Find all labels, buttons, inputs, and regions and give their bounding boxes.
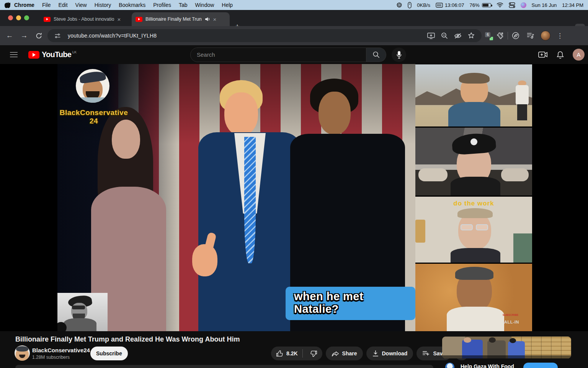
youtube-header: YouTube LK: [0, 45, 588, 64]
share-button[interactable]: Share: [326, 347, 363, 360]
extension-badge: 6: [484, 31, 491, 38]
tab-billionaire-video[interactable]: Billionaire Finally Met Trun ×: [132, 12, 230, 26]
woman-face: [112, 120, 140, 159]
menubar-date[interactable]: Sun 16 Jun: [532, 2, 557, 8]
menu-profiles[interactable]: Profiles: [149, 2, 175, 8]
allin-man-shirt: [447, 307, 504, 331]
download-icon: [372, 350, 379, 357]
desert-man-shirt: [448, 102, 500, 127]
tab-audio-icon[interactable]: [205, 17, 210, 21]
menu-edit[interactable]: Edit: [54, 2, 71, 8]
search-input[interactable]: [197, 51, 360, 58]
sidebar-ad-card[interactable]: Help Gaza With Food: [442, 337, 571, 368]
menu-help[interactable]: Help: [218, 2, 237, 8]
channel-watermark-avatar[interactable]: [76, 69, 109, 103]
glasses-left-lens: [461, 224, 473, 230]
subscribe-button[interactable]: Subscribe: [90, 347, 128, 360]
video-main-scene: BlackConservative 24 when he met Natalie…: [57, 64, 415, 331]
menu-view[interactable]: View: [72, 2, 91, 8]
minimize-window-button[interactable]: [16, 15, 21, 20]
close-tab-icon[interactable]: ×: [117, 16, 121, 22]
menu-bookmarks[interactable]: Bookmarks: [115, 2, 149, 8]
thumbs-down-icon: [310, 350, 317, 357]
zoom-icon[interactable]: [441, 32, 448, 39]
menu-app-name[interactable]: Chrome: [10, 2, 38, 8]
forward-button[interactable]: →: [17, 31, 31, 40]
neon-sign-text: do the work: [415, 200, 532, 207]
back-button[interactable]: ←: [2, 31, 17, 40]
media-controls-icon[interactable]: [526, 32, 534, 39]
guide-hamburger-icon[interactable]: [10, 52, 18, 58]
download-button[interactable]: Download: [366, 347, 413, 360]
chrome-menu-dots[interactable]: ⋮: [557, 32, 564, 40]
siri-icon[interactable]: [521, 2, 526, 8]
subscribe-watermark: SUBSCRIBE: [503, 314, 518, 316]
like-dislike-pill: 8.2K: [271, 347, 322, 360]
battery-status[interactable]: 76%: [470, 2, 491, 8]
eye-off-icon[interactable]: [454, 33, 462, 39]
tab-title: Billionaire Finally Met Trun: [145, 16, 202, 22]
tab-steve-jobs[interactable]: Steve Jobs - About innovatio ×: [40, 12, 130, 26]
bookmark-star-icon[interactable]: [468, 32, 475, 39]
glasses-right-lens: [476, 224, 488, 230]
site-settings-icon[interactable]: [54, 33, 61, 39]
search-box[interactable]: [190, 48, 366, 62]
dislike-button[interactable]: [307, 350, 320, 357]
thumbs-up-icon: [276, 350, 283, 357]
menu-history[interactable]: History: [91, 2, 115, 8]
apple-menu[interactable]: [5, 2, 10, 8]
description-box[interactable]: [15, 365, 433, 368]
chrome-tab-strip: Steve Jobs - About innovatio × Billionai…: [0, 10, 588, 26]
menu-tab[interactable]: Tab: [175, 2, 191, 8]
control-center-icon[interactable]: [509, 2, 515, 8]
country-code: LK: [72, 50, 77, 54]
webcam-desert: [415, 64, 532, 127]
close-tab-icon[interactable]: ×: [213, 16, 217, 22]
trump-tie: [244, 137, 256, 263]
close-window-button[interactable]: [8, 15, 13, 20]
menu-window[interactable]: Window: [191, 2, 218, 8]
facecam-glasses: [72, 306, 85, 309]
ad-thumbnail[interactable]: [442, 337, 571, 358]
tab-title: Steve Jobs - About innovatio: [54, 16, 114, 22]
openai-menubar-icon[interactable]: [396, 2, 402, 8]
apple-icon: [5, 2, 10, 8]
ad-cta-button[interactable]: [523, 363, 558, 368]
voice-search-button[interactable]: [392, 48, 406, 62]
battery-icon: [482, 3, 491, 7]
channel-avatar[interactable]: [15, 345, 30, 361]
account-avatar[interactable]: A: [573, 49, 585, 61]
mouse-battery-icon[interactable]: [408, 2, 412, 8]
subscriber-count: 1.28M subscribers: [32, 355, 70, 360]
network-speed[interactable]: 0KB/s: [417, 2, 430, 8]
youtube-logo-text: YouTube: [42, 50, 71, 59]
ad-headline[interactable]: Help Gaza With Food: [461, 363, 514, 368]
ad-logo: [445, 363, 454, 368]
reload-button[interactable]: [31, 33, 46, 39]
facecam-body: [64, 318, 96, 331]
white-suit-man-jacket: [516, 85, 529, 105]
url-text[interactable]: youtube.com/watch?v=tFUKt_IYLH8: [68, 33, 424, 39]
like-count: 8.2K: [286, 350, 298, 356]
address-bar[interactable]: youtube.com/watch?v=tFUKt_IYLH8: [47, 29, 482, 42]
menu-file[interactable]: File: [38, 2, 55, 8]
video-title: Billionaire Finally Met Trump and Realiz…: [15, 335, 240, 343]
youtube-logo[interactable]: YouTube LK: [28, 50, 77, 59]
create-video-icon[interactable]: [538, 51, 548, 58]
wifi-icon[interactable]: [497, 2, 503, 8]
channel-name[interactable]: BlackConservative24: [32, 347, 90, 353]
menubar-time[interactable]: 12:34 PM: [562, 2, 583, 8]
screen-timer[interactable]: 13:06:07: [436, 2, 464, 8]
cap-man-shirt: [451, 177, 500, 196]
maximize-window-button[interactable]: [24, 15, 29, 20]
video-info-section: Billionaire Finally Met Trump and Realiz…: [0, 331, 588, 368]
extensions-puzzle-icon[interactable]: [496, 32, 504, 39]
notifications-bell-icon[interactable]: [556, 51, 564, 59]
search-button[interactable]: [366, 48, 386, 62]
media-cast-icon[interactable]: [427, 33, 435, 39]
video-player[interactable]: BlackConservative 24 when he met Natalie…: [0, 64, 588, 331]
screen: Chrome File Edit View History Bookmarks …: [0, 0, 588, 368]
battery-saver-icon[interactable]: [512, 32, 519, 39]
chrome-profile-avatar[interactable]: [541, 31, 550, 41]
like-button[interactable]: 8.2K: [276, 350, 298, 357]
